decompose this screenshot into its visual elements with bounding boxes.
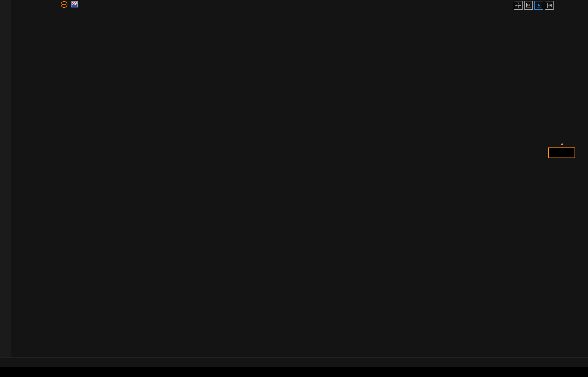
chart-thumbnail-icon[interactable] [71, 1, 78, 7]
price-up-arrow-icon: ▲ [560, 141, 564, 146]
date-axis-row [0, 357, 588, 368]
add-indicator-icon[interactable] [61, 1, 67, 8]
indicator-tab-bar [0, 367, 588, 377]
current-price-tag [548, 147, 575, 158]
rsi-pane-header [50, 274, 63, 281]
chart-application: ▲ [0, 0, 588, 377]
period-selector[interactable] [43, 359, 45, 366]
chart-canvas[interactable] [11, 9, 588, 357]
cci-pane-header [42, 305, 45, 311]
macd-pane-header [50, 235, 63, 241]
sidebar [0, 0, 11, 357]
chart-header [54, 0, 94, 8]
